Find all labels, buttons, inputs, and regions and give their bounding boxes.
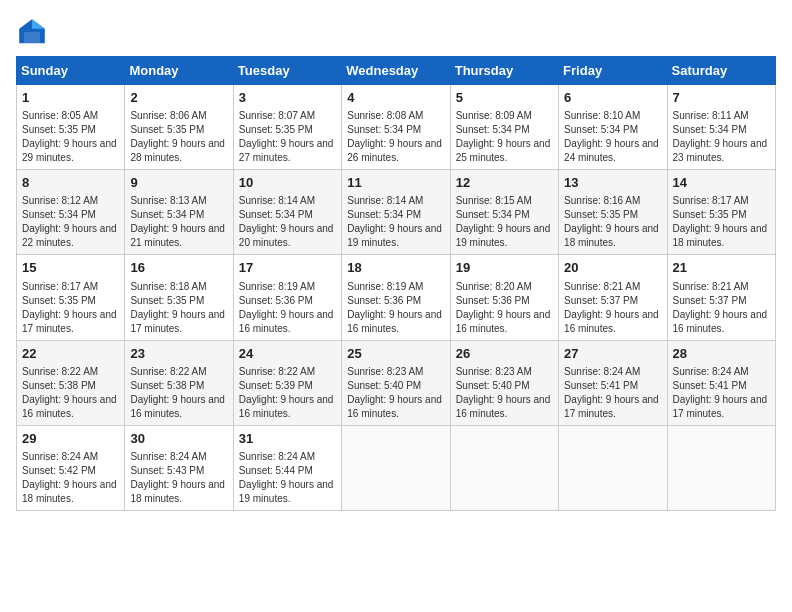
calendar-cell: 14Sunrise: 8:17 AMSunset: 5:35 PMDayligh…: [667, 170, 775, 255]
sunset-label: Sunset: 5:35 PM: [22, 124, 96, 135]
sunrise-label: Sunrise: 8:24 AM: [130, 451, 206, 462]
weekday-header-tuesday: Tuesday: [233, 57, 341, 85]
sunset-label: Sunset: 5:36 PM: [456, 295, 530, 306]
calendar-cell: 7Sunrise: 8:11 AMSunset: 5:34 PMDaylight…: [667, 85, 775, 170]
logo-icon: [16, 16, 48, 48]
day-number: 28: [673, 345, 770, 363]
sunrise-label: Sunrise: 8:11 AM: [673, 110, 749, 121]
calendar-cell: 15Sunrise: 8:17 AMSunset: 5:35 PMDayligh…: [17, 255, 125, 340]
calendar-cell: 23Sunrise: 8:22 AMSunset: 5:38 PMDayligh…: [125, 340, 233, 425]
sunrise-label: Sunrise: 8:24 AM: [564, 366, 640, 377]
daylight-label: Daylight: 9 hours and 17 minutes.: [130, 309, 225, 334]
week-row-2: 8Sunrise: 8:12 AMSunset: 5:34 PMDaylight…: [17, 170, 776, 255]
sunrise-label: Sunrise: 8:09 AM: [456, 110, 532, 121]
day-number: 9: [130, 174, 227, 192]
day-number: 18: [347, 259, 444, 277]
day-number: 3: [239, 89, 336, 107]
sunrise-label: Sunrise: 8:24 AM: [673, 366, 749, 377]
day-number: 29: [22, 430, 119, 448]
sunset-label: Sunset: 5:34 PM: [456, 124, 530, 135]
week-row-3: 15Sunrise: 8:17 AMSunset: 5:35 PMDayligh…: [17, 255, 776, 340]
calendar-cell: 20Sunrise: 8:21 AMSunset: 5:37 PMDayligh…: [559, 255, 667, 340]
sunrise-label: Sunrise: 8:06 AM: [130, 110, 206, 121]
sunset-label: Sunset: 5:36 PM: [347, 295, 421, 306]
sunset-label: Sunset: 5:34 PM: [673, 124, 747, 135]
calendar-cell: 10Sunrise: 8:14 AMSunset: 5:34 PMDayligh…: [233, 170, 341, 255]
daylight-label: Daylight: 9 hours and 29 minutes.: [22, 138, 117, 163]
sunset-label: Sunset: 5:36 PM: [239, 295, 313, 306]
sunset-label: Sunset: 5:34 PM: [347, 124, 421, 135]
daylight-label: Daylight: 9 hours and 19 minutes.: [456, 223, 551, 248]
sunset-label: Sunset: 5:34 PM: [239, 209, 313, 220]
calendar-cell: 26Sunrise: 8:23 AMSunset: 5:40 PMDayligh…: [450, 340, 558, 425]
calendar-cell: 1Sunrise: 8:05 AMSunset: 5:35 PMDaylight…: [17, 85, 125, 170]
daylight-label: Daylight: 9 hours and 17 minutes.: [564, 394, 659, 419]
sunrise-label: Sunrise: 8:12 AM: [22, 195, 98, 206]
daylight-label: Daylight: 9 hours and 18 minutes.: [22, 479, 117, 504]
sunset-label: Sunset: 5:41 PM: [673, 380, 747, 391]
day-number: 16: [130, 259, 227, 277]
daylight-label: Daylight: 9 hours and 17 minutes.: [673, 394, 768, 419]
daylight-label: Daylight: 9 hours and 18 minutes.: [673, 223, 768, 248]
day-number: 12: [456, 174, 553, 192]
weekday-header-thursday: Thursday: [450, 57, 558, 85]
sunset-label: Sunset: 5:44 PM: [239, 465, 313, 476]
sunset-label: Sunset: 5:35 PM: [564, 209, 638, 220]
sunset-label: Sunset: 5:40 PM: [347, 380, 421, 391]
day-number: 14: [673, 174, 770, 192]
sunrise-label: Sunrise: 8:08 AM: [347, 110, 423, 121]
day-number: 30: [130, 430, 227, 448]
sunset-label: Sunset: 5:35 PM: [239, 124, 313, 135]
daylight-label: Daylight: 9 hours and 16 minutes.: [564, 309, 659, 334]
weekday-header-wednesday: Wednesday: [342, 57, 450, 85]
day-number: 23: [130, 345, 227, 363]
calendar-cell: 11Sunrise: 8:14 AMSunset: 5:34 PMDayligh…: [342, 170, 450, 255]
calendar-cell: 9Sunrise: 8:13 AMSunset: 5:34 PMDaylight…: [125, 170, 233, 255]
calendar-cell: [342, 425, 450, 510]
sunrise-label: Sunrise: 8:17 AM: [22, 281, 98, 292]
calendar-cell: 22Sunrise: 8:22 AMSunset: 5:38 PMDayligh…: [17, 340, 125, 425]
calendar-cell: 19Sunrise: 8:20 AMSunset: 5:36 PMDayligh…: [450, 255, 558, 340]
calendar-cell: 8Sunrise: 8:12 AMSunset: 5:34 PMDaylight…: [17, 170, 125, 255]
daylight-label: Daylight: 9 hours and 19 minutes.: [347, 223, 442, 248]
sunrise-label: Sunrise: 8:22 AM: [22, 366, 98, 377]
sunrise-label: Sunrise: 8:14 AM: [347, 195, 423, 206]
day-number: 1: [22, 89, 119, 107]
weekday-header-row: SundayMondayTuesdayWednesdayThursdayFrid…: [17, 57, 776, 85]
sunrise-label: Sunrise: 8:14 AM: [239, 195, 315, 206]
sunset-label: Sunset: 5:39 PM: [239, 380, 313, 391]
daylight-label: Daylight: 9 hours and 16 minutes.: [239, 309, 334, 334]
sunrise-label: Sunrise: 8:24 AM: [239, 451, 315, 462]
calendar-cell: 2Sunrise: 8:06 AMSunset: 5:35 PMDaylight…: [125, 85, 233, 170]
sunrise-label: Sunrise: 8:23 AM: [456, 366, 532, 377]
sunrise-label: Sunrise: 8:23 AM: [347, 366, 423, 377]
day-number: 10: [239, 174, 336, 192]
daylight-label: Daylight: 9 hours and 16 minutes.: [130, 394, 225, 419]
sunrise-label: Sunrise: 8:21 AM: [564, 281, 640, 292]
sunrise-label: Sunrise: 8:18 AM: [130, 281, 206, 292]
daylight-label: Daylight: 9 hours and 19 minutes.: [239, 479, 334, 504]
day-number: 6: [564, 89, 661, 107]
daylight-label: Daylight: 9 hours and 16 minutes.: [456, 309, 551, 334]
sunrise-label: Sunrise: 8:07 AM: [239, 110, 315, 121]
day-number: 11: [347, 174, 444, 192]
daylight-label: Daylight: 9 hours and 23 minutes.: [673, 138, 768, 163]
sunset-label: Sunset: 5:34 PM: [22, 209, 96, 220]
svg-rect-2: [24, 32, 40, 43]
daylight-label: Daylight: 9 hours and 16 minutes.: [22, 394, 117, 419]
calendar-cell: 31Sunrise: 8:24 AMSunset: 5:44 PMDayligh…: [233, 425, 341, 510]
daylight-label: Daylight: 9 hours and 16 minutes.: [673, 309, 768, 334]
day-number: 2: [130, 89, 227, 107]
daylight-label: Daylight: 9 hours and 21 minutes.: [130, 223, 225, 248]
calendar-cell: 21Sunrise: 8:21 AMSunset: 5:37 PMDayligh…: [667, 255, 775, 340]
sunset-label: Sunset: 5:38 PM: [22, 380, 96, 391]
weekday-header-sunday: Sunday: [17, 57, 125, 85]
day-number: 7: [673, 89, 770, 107]
day-number: 5: [456, 89, 553, 107]
sunset-label: Sunset: 5:34 PM: [456, 209, 530, 220]
calendar-cell: 4Sunrise: 8:08 AMSunset: 5:34 PMDaylight…: [342, 85, 450, 170]
day-number: 15: [22, 259, 119, 277]
day-number: 19: [456, 259, 553, 277]
calendar-cell: 5Sunrise: 8:09 AMSunset: 5:34 PMDaylight…: [450, 85, 558, 170]
calendar-cell: 12Sunrise: 8:15 AMSunset: 5:34 PMDayligh…: [450, 170, 558, 255]
